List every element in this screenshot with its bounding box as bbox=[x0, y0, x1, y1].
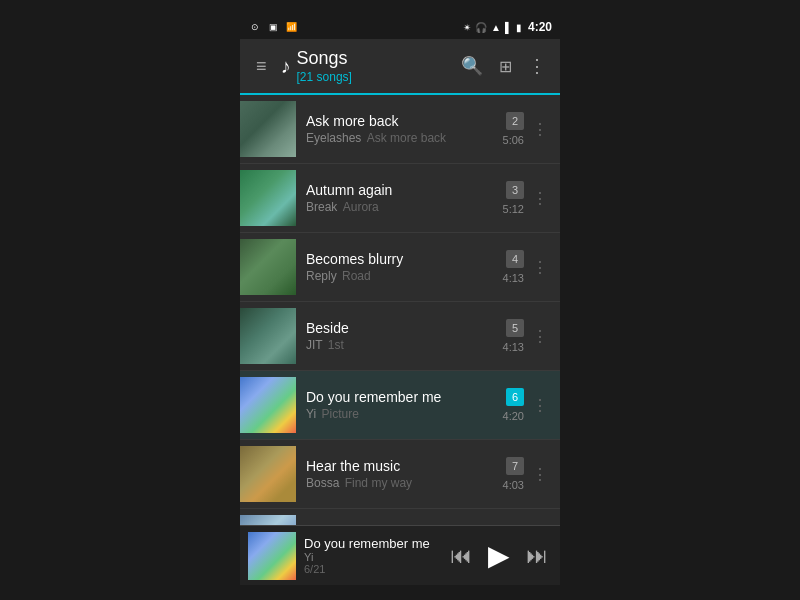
song-album: 1st bbox=[328, 338, 344, 352]
song-artist: Eyelashes bbox=[306, 131, 361, 145]
song-number: 2 bbox=[506, 112, 524, 130]
menu-button[interactable]: ≡ bbox=[248, 48, 275, 85]
song-title: Autumn again bbox=[306, 182, 497, 198]
song-right-info: 6 4:20 bbox=[503, 388, 524, 422]
battery-icon: ▮ bbox=[516, 22, 522, 33]
song-info: Beside JIT 1st bbox=[306, 320, 497, 352]
overflow-menu-button[interactable]: ⋮ bbox=[522, 49, 552, 83]
song-album: Find my way bbox=[345, 476, 412, 490]
song-info: Do you remember me Yi Picture bbox=[306, 389, 497, 421]
song-title: Ask more back bbox=[306, 113, 497, 129]
now-playing-info: Do you remember me Yi 6/21 bbox=[304, 536, 446, 575]
song-album: Picture bbox=[322, 407, 359, 421]
song-more-button[interactable]: ⋮ bbox=[528, 120, 552, 139]
song-right-info: 2 5:06 bbox=[503, 112, 524, 146]
now-playing-artist: Yi bbox=[304, 551, 446, 563]
song-item[interactable]: Do you remember me Yi Picture 6 4:20 ⋮ bbox=[240, 371, 560, 440]
song-meta: JIT 1st bbox=[306, 338, 497, 352]
song-item[interactable]: I miss you Vacation I miss you 8 4:03 ⋮ bbox=[240, 509, 560, 525]
bluetooth-icon: ✴ bbox=[463, 22, 471, 33]
song-info: Ask more back Eyelashes Ask more back bbox=[306, 113, 497, 145]
song-meta: Reply Road bbox=[306, 269, 497, 283]
song-artist: Yi bbox=[306, 407, 316, 421]
song-artist: Break bbox=[306, 200, 337, 214]
now-playing-title: Do you remember me bbox=[304, 536, 446, 551]
song-thumbnail bbox=[240, 101, 296, 157]
song-title: Do you remember me bbox=[306, 389, 497, 405]
header-title-group: Songs [21 songs] bbox=[297, 48, 455, 84]
song-title: Hear the music bbox=[306, 458, 497, 474]
song-number: 5 bbox=[506, 319, 524, 337]
song-thumbnail bbox=[240, 170, 296, 226]
song-title: Becomes blurry bbox=[306, 251, 497, 267]
song-info: Autumn again Break Aurora bbox=[306, 182, 497, 214]
song-more-button[interactable]: ⋮ bbox=[528, 258, 552, 277]
image-icon: ▣ bbox=[266, 22, 280, 32]
song-item[interactable]: Becomes blurry Reply Road 4 4:13 ⋮ bbox=[240, 233, 560, 302]
song-right-info: 7 4:03 bbox=[503, 457, 524, 491]
song-thumbnail bbox=[240, 446, 296, 502]
song-count: [21 songs] bbox=[297, 70, 455, 84]
cast-icon: ⊙ bbox=[248, 22, 262, 32]
grid-view-button[interactable]: ⊞ bbox=[493, 51, 518, 82]
song-title: Beside bbox=[306, 320, 497, 336]
song-duration: 4:20 bbox=[503, 410, 524, 422]
song-more-button[interactable]: ⋮ bbox=[528, 189, 552, 208]
song-album: Ask more back bbox=[367, 131, 446, 145]
song-duration: 5:12 bbox=[503, 203, 524, 215]
song-number: 6 bbox=[506, 388, 524, 406]
song-thumbnail bbox=[240, 377, 296, 433]
header-action-icons: 🔍 ⊞ ⋮ bbox=[455, 49, 552, 83]
header: ≡ ♪ Songs [21 songs] 🔍 ⊞ ⋮ bbox=[240, 39, 560, 95]
song-duration: 4:13 bbox=[503, 341, 524, 353]
previous-button[interactable]: ⏮ bbox=[446, 539, 476, 573]
song-right-info: 3 5:12 bbox=[503, 181, 524, 215]
play-pause-button[interactable]: ▶ bbox=[484, 535, 514, 576]
song-right-info: 5 4:13 bbox=[503, 319, 524, 353]
song-list: Ask more back Eyelashes Ask more back 2 … bbox=[240, 95, 560, 525]
song-thumbnail bbox=[240, 308, 296, 364]
song-info: Becomes blurry Reply Road bbox=[306, 251, 497, 283]
song-thumbnail bbox=[240, 515, 296, 525]
song-album: Road bbox=[342, 269, 371, 283]
song-number: 4 bbox=[506, 250, 524, 268]
song-meta: Break Aurora bbox=[306, 200, 497, 214]
song-right-info: 4 4:13 bbox=[503, 250, 524, 284]
song-duration: 5:06 bbox=[503, 134, 524, 146]
song-more-button[interactable]: ⋮ bbox=[528, 465, 552, 484]
song-item[interactable]: Beside JIT 1st 5 4:13 ⋮ bbox=[240, 302, 560, 371]
song-item[interactable]: Autumn again Break Aurora 3 5:12 ⋮ bbox=[240, 164, 560, 233]
status-bar: ⊙ ▣ 📶 ✴ 🎧 ▲ ▌ ▮ 4:20 bbox=[240, 15, 560, 39]
next-button[interactable]: ⏭ bbox=[522, 539, 552, 573]
song-more-button[interactable]: ⋮ bbox=[528, 327, 552, 346]
song-artist: Bossa bbox=[306, 476, 339, 490]
music-note-icon: ♪ bbox=[281, 55, 291, 78]
song-meta: Eyelashes Ask more back bbox=[306, 131, 497, 145]
search-button[interactable]: 🔍 bbox=[455, 49, 489, 83]
signal-bars-icon: ▌ bbox=[505, 22, 512, 33]
song-artist: JIT bbox=[306, 338, 322, 352]
song-artist: Reply bbox=[306, 269, 337, 283]
song-more-button[interactable]: ⋮ bbox=[528, 396, 552, 415]
page-title: Songs bbox=[297, 48, 455, 70]
now-playing-thumbnail bbox=[248, 532, 296, 580]
song-number: 7 bbox=[506, 457, 524, 475]
headphone-icon: 🎧 bbox=[475, 22, 487, 33]
status-left-icons: ⊙ ▣ 📶 bbox=[248, 22, 298, 32]
song-item[interactable]: Hear the music Bossa Find my way 7 4:03 … bbox=[240, 440, 560, 509]
song-number: 3 bbox=[506, 181, 524, 199]
wifi-icon: ▲ bbox=[491, 22, 501, 33]
song-duration: 4:13 bbox=[503, 272, 524, 284]
playback-controls: ⏮ ▶ ⏭ bbox=[446, 535, 552, 576]
song-meta: Bossa Find my way bbox=[306, 476, 497, 490]
song-thumbnail bbox=[240, 239, 296, 295]
phone-container: ⊙ ▣ 📶 ✴ 🎧 ▲ ▌ ▮ 4:20 ≡ ♪ Songs [21 songs… bbox=[240, 15, 560, 585]
song-duration: 4:03 bbox=[503, 479, 524, 491]
now-playing-track: 6/21 bbox=[304, 563, 446, 575]
time-display: 4:20 bbox=[528, 20, 552, 34]
song-info: Hear the music Bossa Find my way bbox=[306, 458, 497, 490]
status-right-icons: ✴ 🎧 ▲ ▌ ▮ 4:20 bbox=[463, 20, 552, 34]
song-item[interactable]: Ask more back Eyelashes Ask more back 2 … bbox=[240, 95, 560, 164]
song-meta: Yi Picture bbox=[306, 407, 497, 421]
song-album: Aurora bbox=[343, 200, 379, 214]
